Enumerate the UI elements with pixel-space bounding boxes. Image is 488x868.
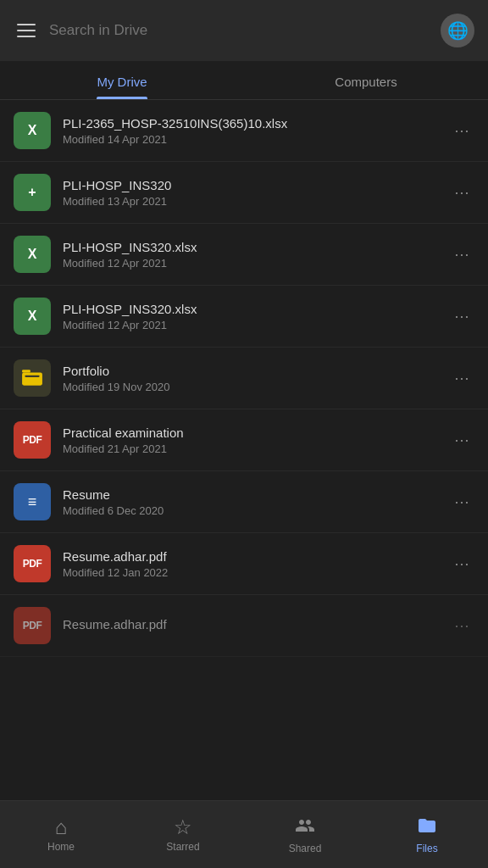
file-name: PLI-HOSP_INS320.xlsx [63, 302, 451, 316]
menu-button[interactable] [14, 20, 39, 41]
file-info: Practical examination Modified 21 Apr 20… [63, 426, 451, 455]
more-options-button[interactable]: ⋯ [451, 609, 474, 642]
nav-shared[interactable]: Shared [244, 801, 366, 868]
svg-rect-2 [25, 376, 39, 377]
file-type-icon: PDF [14, 545, 51, 582]
nav-starred-label: Starred [166, 841, 199, 853]
file-type-icon: PDF [14, 421, 51, 459]
file-modified: Modified 21 Apr 2021 [63, 442, 451, 455]
file-name: PLI-HOSP_INS320.xlsx [63, 240, 451, 254]
avatar[interactable]: 🌐 [441, 14, 474, 47]
tab-computers[interactable]: Computers [244, 61, 488, 99]
file-list: X PLI-2365_HOSP-32510INS(365)10.xlsx Mod… [0, 100, 488, 657]
file-info: Portfolio Modified 19 Nov 2020 [63, 364, 451, 393]
more-options-button[interactable]: ⋯ [451, 424, 474, 456]
star-icon: ☆ [174, 817, 192, 837]
file-modified: Modified 12 Jan 2022 [63, 566, 451, 579]
file-type-icon [14, 359, 51, 397]
more-options-button[interactable]: ⋯ [451, 176, 474, 209]
home-icon: ⌂ [55, 817, 68, 837]
file-info: PLI-2365_HOSP-32510INS(365)10.xlsx Modif… [63, 116, 451, 146]
svg-rect-1 [22, 373, 42, 386]
file-name: PLI-2365_HOSP-32510INS(365)10.xlsx [63, 116, 451, 131]
file-name: Resume.adhar.pdf [63, 617, 451, 632]
nav-home[interactable]: ⌂ Home [0, 801, 122, 868]
nav-files-label: Files [416, 843, 437, 854]
file-name: Resume.adhar.pdf [63, 549, 451, 564]
list-item[interactable]: ≡ Resume Modified 6 Dec 2020 ⋯ [0, 471, 488, 533]
list-item[interactable]: PDF Practical examination Modified 21 Ap… [0, 409, 488, 471]
more-options-button[interactable]: ⋯ [451, 486, 474, 518]
list-item[interactable]: X PLI-2365_HOSP-32510INS(365)10.xlsx Mod… [0, 100, 488, 162]
file-modified: Modified 19 Nov 2020 [63, 381, 451, 393]
file-type-icon: ≡ [14, 483, 51, 520]
nav-home-label: Home [47, 841, 75, 853]
more-options-button[interactable]: ⋯ [451, 362, 474, 394]
file-info: Resume.adhar.pdf [63, 617, 451, 634]
folder-icon [417, 815, 437, 839]
nav-starred[interactable]: ☆ Starred [122, 801, 244, 868]
list-item[interactable]: X PLI-HOSP_INS320.xlsx Modified 12 Apr 2… [0, 224, 488, 286]
file-type-icon: X [14, 112, 51, 149]
list-item[interactable]: X PLI-HOSP_INS320.xlsx Modified 12 Apr 2… [0, 286, 488, 348]
file-type-icon: X [14, 236, 51, 273]
file-modified: Modified 12 Apr 2021 [63, 257, 451, 270]
list-item[interactable]: PDF Resume.adhar.pdf Modified 12 Jan 202… [0, 533, 488, 595]
file-type-icon: PDF [14, 607, 51, 644]
file-modified: Modified 12 Apr 2021 [63, 319, 451, 331]
file-name: Practical examination [63, 426, 451, 440]
file-info: PLI-HOSP_INS320.xlsx Modified 12 Apr 202… [63, 302, 451, 331]
bottom-nav: ⌂ Home ☆ Starred Shared Files [0, 800, 488, 868]
file-info: Resume.adhar.pdf Modified 12 Jan 2022 [63, 549, 451, 579]
header: 🌐 [0, 0, 488, 61]
file-name: PLI-HOSP_INS320 [63, 178, 451, 192]
file-info: PLI-HOSP_INS320 Modified 13 Apr 2021 [63, 178, 451, 208]
file-name: Resume [63, 487, 451, 502]
file-info: Resume Modified 6 Dec 2020 [63, 487, 451, 517]
more-options-button[interactable]: ⋯ [451, 548, 474, 580]
more-options-button[interactable]: ⋯ [451, 114, 474, 147]
file-modified: Modified 13 Apr 2021 [63, 195, 451, 208]
file-type-icon: X [14, 298, 51, 335]
more-options-button[interactable]: ⋯ [451, 238, 474, 270]
nav-files[interactable]: Files [366, 801, 488, 868]
file-name: Portfolio [63, 364, 451, 378]
list-item[interactable]: + PLI-HOSP_INS320 Modified 13 Apr 2021 ⋯ [0, 162, 488, 224]
svg-rect-0 [22, 370, 30, 372]
nav-shared-label: Shared [289, 843, 322, 854]
tab-my-drive[interactable]: My Drive [0, 61, 244, 99]
more-options-button[interactable]: ⋯ [451, 300, 474, 332]
list-item[interactable]: PDF Resume.adhar.pdf ⋯ [0, 595, 488, 657]
people-icon [295, 815, 315, 839]
search-input[interactable] [49, 22, 430, 39]
file-modified: Modified 14 Apr 2021 [63, 133, 451, 146]
file-info: PLI-HOSP_INS320.xlsx Modified 12 Apr 202… [63, 240, 451, 270]
file-modified: Modified 6 Dec 2020 [63, 504, 451, 517]
tabs-bar: My Drive Computers [0, 61, 488, 100]
list-item[interactable]: Portfolio Modified 19 Nov 2020 ⋯ [0, 348, 488, 409]
file-type-icon: + [14, 174, 51, 211]
